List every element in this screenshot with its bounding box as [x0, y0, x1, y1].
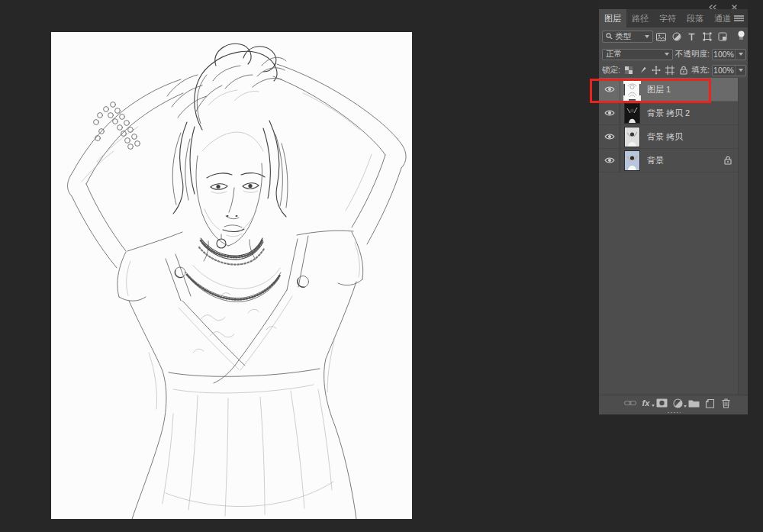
adjustment-circle-icon	[673, 398, 683, 408]
tab-character[interactable]: 字符	[654, 9, 681, 27]
layer-row-tuceng-1[interactable]: 图层 1	[599, 78, 739, 102]
visibility-toggle[interactable]	[599, 102, 620, 124]
layer-name: 背景 拷贝	[647, 131, 683, 143]
tab-paragraph-label: 段落	[687, 13, 703, 24]
panel-tab-bar: 图层 路径 字符 段落 通道	[599, 9, 748, 27]
layer-mask-icon	[656, 398, 668, 408]
shape-layer-filter-button[interactable]	[700, 31, 714, 44]
opacity-label: 不透明度:	[675, 49, 710, 60]
lock-bar: 锁定: 填充: 100%	[599, 63, 748, 78]
document-canvas[interactable]	[51, 32, 412, 519]
padlock-icon	[680, 66, 687, 75]
layer-thumbnail[interactable]	[623, 79, 641, 101]
fx-icon: fx	[642, 398, 650, 408]
new-adjustment-layer-button[interactable]	[670, 398, 686, 408]
panel-scrollbar[interactable]	[738, 78, 748, 395]
layer-row-beijing-kaobei-2[interactable]: 背景 拷贝 2	[599, 102, 739, 125]
lock-image-pixels-button[interactable]	[636, 65, 649, 76]
eye-icon	[604, 85, 615, 93]
layer-lock-icon	[724, 156, 732, 165]
blend-mode-dropdown[interactable]: 正常	[602, 49, 673, 60]
chevron-down-icon	[665, 53, 669, 56]
add-layer-mask-button[interactable]	[654, 398, 670, 408]
brush-icon	[638, 66, 647, 75]
tab-paths-label: 路径	[632, 13, 649, 24]
folder-icon	[688, 399, 700, 408]
layer-styles-button[interactable]: fx	[638, 398, 654, 408]
visibility-toggle[interactable]	[599, 149, 620, 172]
new-group-button[interactable]	[686, 399, 702, 408]
blend-mode-value: 正常	[606, 49, 622, 60]
eye-icon	[604, 133, 615, 140]
opacity-field[interactable]: 100%	[712, 49, 746, 60]
layer-name: 背景	[647, 155, 664, 166]
inverted-photo-thumbnail	[625, 104, 639, 123]
visibility-toggle[interactable]	[599, 78, 620, 101]
type-layer-filter-icon	[687, 33, 696, 41]
fill-field[interactable]: 100%	[712, 65, 746, 76]
panel-footer-toolbar: fx	[599, 395, 748, 411]
checkerboard-icon	[625, 66, 633, 74]
fill-dropdown-button[interactable]	[735, 66, 745, 76]
artboard-icon	[665, 66, 674, 75]
layer-thumbnail[interactable]	[623, 102, 641, 124]
visibility-toggle[interactable]	[599, 125, 620, 148]
panel-menu-icon[interactable]	[734, 15, 744, 24]
layer-row-beijing-kaobei[interactable]: 背景 拷贝	[599, 125, 739, 149]
smart-object-filter-button[interactable]	[715, 31, 729, 44]
tab-paths[interactable]: 路径	[626, 9, 654, 27]
trash-icon	[722, 398, 730, 408]
filter-kind-label: 类型	[615, 31, 631, 42]
layer-filter-bar: 类型	[599, 27, 748, 46]
layer-name: 背景 拷贝 2	[647, 108, 690, 119]
sketch-drawing	[51, 32, 412, 519]
layer-name: 图层 1	[647, 84, 671, 95]
tab-layers[interactable]: 图层	[599, 9, 626, 27]
fill-label: 填充:	[691, 65, 710, 76]
panel-titlebar	[599, 0, 748, 9]
tab-layers-label: 图层	[604, 13, 621, 24]
filter-kind-dropdown[interactable]: 类型	[602, 31, 653, 43]
new-layer-icon	[705, 398, 715, 408]
lock-all-button[interactable]	[677, 65, 691, 76]
shape-layer-filter-icon	[703, 32, 712, 41]
filter-toggle-icon[interactable]	[736, 31, 746, 43]
blend-mode-bar: 正常 不透明度: 100%	[599, 46, 748, 63]
fill-value: 100%	[713, 66, 735, 75]
layer-thumbnail[interactable]	[623, 126, 641, 148]
adjustment-layer-filter-button[interactable]	[669, 31, 684, 44]
type-layer-filter-button[interactable]	[684, 31, 699, 44]
pixel-layer-filter-button[interactable]	[654, 31, 668, 44]
chevron-down-icon	[645, 35, 649, 38]
desaturated-photo-thumbnail	[625, 127, 639, 147]
lock-label: 锁定:	[602, 65, 620, 76]
eye-icon	[604, 156, 615, 164]
lock-position-button[interactable]	[649, 65, 663, 76]
search-icon	[606, 32, 613, 41]
lock-transparent-pixels-button[interactable]	[622, 65, 636, 76]
chevron-down-icon	[739, 53, 743, 56]
tab-character-label: 字符	[659, 13, 676, 24]
original-photo-thumbnail	[625, 151, 639, 170]
layers-panel: 图层 路径 字符 段落 通道 类型	[599, 0, 748, 414]
eye-icon	[604, 109, 615, 117]
tab-paragraph[interactable]: 段落	[681, 9, 709, 27]
move-icon	[652, 66, 661, 75]
link-layers-button[interactable]	[622, 400, 638, 406]
layer-list: 图层 1 背景 拷贝 2 背景 拷贝	[599, 78, 748, 395]
lock-artboard-button[interactable]	[663, 65, 677, 76]
layer-thumbnail[interactable]	[623, 150, 641, 172]
adjustment-layer-filter-icon	[672, 32, 681, 41]
tab-channels[interactable]: 通道	[709, 9, 736, 27]
opacity-dropdown-button[interactable]	[735, 50, 745, 60]
tab-channels-label: 通道	[714, 13, 731, 24]
layer-row-beijing[interactable]: 背景	[599, 149, 739, 172]
opacity-value: 100%	[713, 50, 735, 59]
chevron-down-icon	[739, 69, 743, 72]
link-icon	[624, 400, 636, 406]
pixel-layer-filter-icon	[656, 33, 666, 41]
delete-layer-button[interactable]	[718, 398, 734, 408]
panel-resize-handle[interactable]	[599, 411, 748, 414]
bracelet-beads	[94, 102, 140, 150]
new-layer-button[interactable]	[702, 398, 718, 408]
